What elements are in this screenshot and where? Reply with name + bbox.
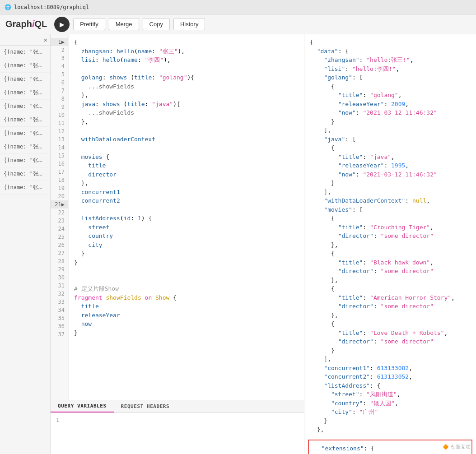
tab-request-headers[interactable]: REQUEST HEADERS	[114, 400, 177, 412]
history-item[interactable]: {(name: "张三")...	[0, 59, 50, 73]
history-item[interactable]: {(name: "张三")...	[0, 167, 50, 181]
copy-button[interactable]: Copy	[143, 18, 170, 30]
bottom-tabs: QUERY VARIABLES REQUEST HEADERS	[51, 400, 304, 413]
tab-query-variables[interactable]: QUERY VARIABLES	[51, 400, 114, 412]
query-editor-panel: 1▶ 2 3 4 5 6 7 8 9 10 11 12 13 14 15 16	[51, 34, 304, 454]
close-sidebar-button[interactable]: ✕	[44, 36, 47, 43]
result-panel: { "data": { "zhangsan": "hello:张三!", "li…	[304, 34, 476, 454]
history-item[interactable]: {(name: "张三")...	[0, 100, 50, 113]
query-editor[interactable]: 1▶ 2 3 4 5 6 7 8 9 10 11 12 13 14 15 16	[51, 34, 304, 400]
titlebar: 🌐 localhost:8089/graphiql	[0, 0, 476, 14]
history-button[interactable]: History	[173, 18, 205, 30]
history-item[interactable]: {(name: "张三")...	[0, 73, 50, 86]
history-sidebar: ✕ {(name: "张三")... {(name: "张三")... {(na…	[0, 34, 51, 454]
query-variables-content[interactable]: 1	[51, 413, 304, 454]
line-number-1: 1	[56, 417, 59, 423]
history-item[interactable]: {(name: "张三")...	[0, 154, 50, 167]
bottom-panel: QUERY VARIABLES REQUEST HEADERS 1	[51, 400, 304, 454]
watermark: 🔶 创新互联	[443, 444, 471, 450]
history-item[interactable]: {(name: "张三")...	[0, 113, 50, 127]
result-json: { "data": { "zhangsan": "hello:张三!", "li…	[304, 34, 476, 438]
line-numbers: 1▶ 2 3 4 5 6 7 8 9 10 11 12 13 14 15 16	[51, 34, 69, 400]
code-text[interactable]: { zhangsan: hello(name: "张三"), lisi: hel…	[69, 34, 304, 400]
main-layout: ✕ {(name: "张三")... {(name: "张三")... {(na…	[0, 34, 476, 454]
favicon-icon: 🌐	[5, 4, 11, 10]
history-item[interactable]: {(name: "张三")...	[0, 140, 50, 154]
merge-button[interactable]: Merge	[109, 18, 139, 30]
history-item[interactable]: {(name: "张三")...	[0, 46, 50, 59]
url-display: localhost:8089/graphiql	[14, 4, 89, 10]
history-item[interactable]: {(name: "张三")...	[0, 181, 50, 195]
history-item[interactable]: {(name: "张三")...	[0, 127, 50, 140]
app-title: GraphiQL	[5, 19, 47, 29]
execute-button[interactable]: ▶	[54, 17, 70, 32]
app-header: GraphiQL ▶ Prettify Merge Copy History	[0, 14, 476, 34]
prettify-button[interactable]: Prettify	[73, 18, 105, 30]
history-item[interactable]: {(name: "张三")...	[0, 86, 50, 100]
